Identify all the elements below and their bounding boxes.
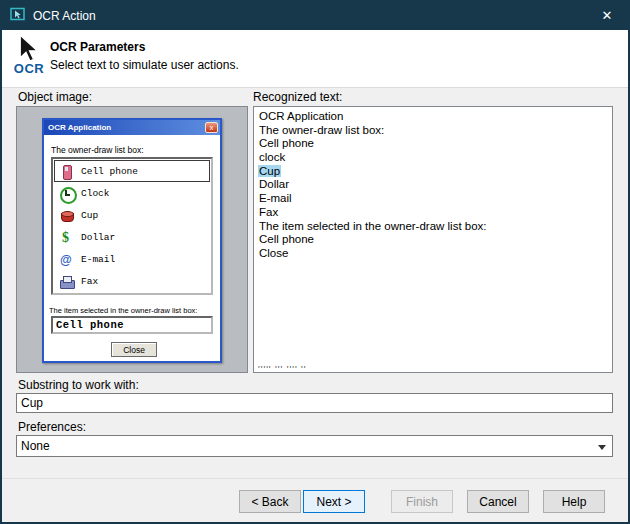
listbox-item-label: Cell phone bbox=[81, 166, 138, 177]
page-title: OCR Parameters bbox=[50, 40, 145, 54]
clock-icon bbox=[59, 186, 74, 201]
help-button[interactable]: Help bbox=[543, 490, 605, 513]
preferences-dropdown[interactable]: None bbox=[16, 435, 613, 457]
mini-close-icon: x bbox=[205, 122, 218, 133]
listbox-item: E-mail bbox=[54, 248, 210, 270]
listbox-item-label: E-mail bbox=[81, 254, 115, 265]
object-image-label: Object image: bbox=[18, 90, 92, 104]
recognized-text-list[interactable]: OCR ApplicationThe owner-draw list box:C… bbox=[253, 106, 613, 373]
recognized-line[interactable]: E-mail bbox=[258, 192, 612, 206]
recognized-line[interactable]: Close bbox=[258, 247, 612, 261]
cellphone-icon bbox=[59, 164, 74, 179]
recognized-line-text: Close bbox=[258, 247, 289, 259]
wizard-header: OCR OCR Parameters Select text to simula… bbox=[2, 30, 628, 88]
recognized-line-text: The owner-draw list box: bbox=[258, 124, 385, 136]
next-button[interactable]: Next > bbox=[303, 490, 365, 513]
preferences-value: None bbox=[21, 439, 50, 453]
listbox-item: Clock bbox=[54, 182, 210, 204]
object-image-panel: OCR Application x The owner-draw list bo… bbox=[16, 106, 248, 373]
page-subtitle: Select text to simulate user actions. bbox=[50, 58, 239, 72]
recognized-noise-line: ''''' ''' '''' '' bbox=[258, 364, 307, 371]
close-icon[interactable]: ✕ bbox=[594, 2, 620, 30]
recognized-line-text: Fax bbox=[258, 206, 279, 218]
finish-button[interactable]: Finish bbox=[391, 490, 453, 513]
mini-selected-textbox: Cell phone bbox=[51, 316, 213, 334]
listbox-item: Cup bbox=[54, 204, 210, 226]
mini-close-button: Close bbox=[111, 342, 157, 357]
listbox-item-label: Clock bbox=[81, 188, 110, 199]
back-button[interactable]: < Back bbox=[239, 490, 301, 513]
recognized-line[interactable]: The owner-draw list box: bbox=[258, 124, 612, 138]
recognized-line-selected: Cup bbox=[258, 165, 281, 177]
cancel-button[interactable]: Cancel bbox=[467, 490, 529, 513]
recognized-line-text: clock bbox=[258, 151, 286, 163]
button-bar: < Back Next > Finish Cancel Help bbox=[2, 478, 628, 522]
listbox-item: Fax bbox=[54, 270, 210, 292]
listbox-item: Dollar bbox=[54, 226, 210, 248]
recognized-line-text: OCR Application bbox=[258, 110, 344, 122]
recognized-line-text: The item selected in the owner-draw list… bbox=[258, 220, 488, 232]
app-icon bbox=[10, 6, 26, 26]
cup-icon bbox=[59, 208, 74, 223]
recognized-line[interactable]: Cup bbox=[258, 165, 612, 179]
mini-selected-value: Cell phone bbox=[56, 319, 124, 331]
object-image-preview: OCR Application x The owner-draw list bo… bbox=[42, 118, 222, 363]
listbox-item-label: Cup bbox=[81, 210, 98, 221]
mini-listbox-label: The owner-draw list box: bbox=[51, 145, 144, 155]
mini-titlebar: OCR Application x bbox=[44, 120, 220, 135]
chevron-down-icon bbox=[598, 445, 606, 450]
email-icon bbox=[59, 252, 74, 267]
window-title: OCR Action bbox=[33, 9, 96, 23]
listbox-item: Cell phone bbox=[54, 160, 210, 182]
recognized-line-text: Dollar bbox=[258, 178, 290, 190]
recognized-line-text: E-mail bbox=[258, 192, 293, 204]
recognized-line[interactable]: Cell phone bbox=[258, 137, 612, 151]
ocr-action-dialog: OCR Action ✕ OCR OCR Parameters Select t… bbox=[0, 0, 630, 524]
recognized-line-text: Cell phone bbox=[258, 137, 315, 149]
listbox-item-label: Dollar bbox=[81, 232, 115, 243]
recognized-line[interactable]: Fax bbox=[258, 206, 612, 220]
recognized-lines: OCR ApplicationThe owner-draw list box:C… bbox=[258, 110, 612, 261]
titlebar[interactable]: OCR Action ✕ bbox=[2, 2, 628, 30]
recognized-text-label: Recognized text: bbox=[253, 90, 342, 104]
logo-text: OCR bbox=[10, 61, 48, 76]
substring-input[interactable] bbox=[16, 393, 613, 413]
dollar-icon bbox=[59, 230, 74, 245]
recognized-line-text: Cell phone bbox=[258, 233, 315, 245]
preferences-label: Preferences: bbox=[18, 420, 86, 434]
recognized-line[interactable]: Cell phone bbox=[258, 233, 612, 247]
mini-selected-label: The item selected in the owner-draw list… bbox=[49, 306, 219, 315]
recognized-line[interactable]: Dollar bbox=[258, 178, 612, 192]
cursor-icon bbox=[10, 34, 48, 64]
substring-label: Substring to work with: bbox=[18, 378, 139, 392]
recognized-line[interactable]: OCR Application bbox=[258, 110, 612, 124]
fax-icon bbox=[59, 274, 74, 289]
recognized-line[interactable]: clock bbox=[258, 151, 612, 165]
listbox-item-label: Fax bbox=[81, 276, 98, 287]
mini-listbox: Cell phoneClockCupDollarE-mailFax bbox=[51, 157, 213, 295]
ocr-logo: OCR bbox=[10, 34, 48, 76]
recognized-line[interactable]: The item selected in the owner-draw list… bbox=[258, 220, 612, 234]
mini-window-title: OCR Application bbox=[48, 123, 111, 132]
